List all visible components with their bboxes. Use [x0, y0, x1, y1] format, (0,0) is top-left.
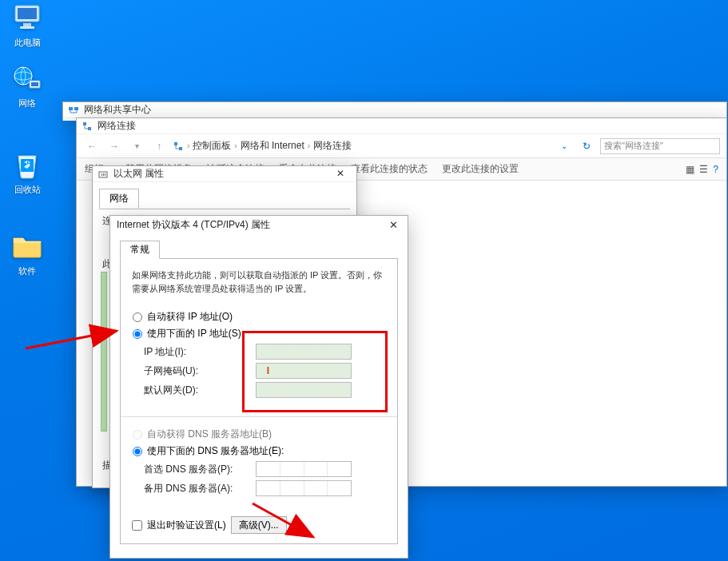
nsc-icon: [68, 105, 79, 116]
radio-manual-ip-input[interactable]: [133, 329, 142, 339]
label-ip-address: IP 地址(I):: [144, 345, 256, 359]
radio-label: 自动获得 IP 地址(O): [147, 310, 233, 324]
help-button[interactable]: ?: [713, 164, 718, 175]
description-text: 如果网络支持此功能，则可以获取自动指派的 IP 设置。否则，你需要从网络系统管理…: [132, 269, 386, 295]
text-cursor-icon: I: [267, 365, 269, 376]
desktop-icon-this-pc[interactable]: 此电脑: [5, 2, 50, 49]
folder-icon: [11, 230, 43, 262]
radio-manual-ip[interactable]: 使用下面的 IP 地址(S):: [133, 327, 385, 340]
checkbox-label: 退出时验证设置(L): [147, 519, 226, 532]
svg-rect-12: [88, 127, 91, 130]
breadcrumb[interactable]: › 控制面板 › 网络和 Internet › 网络连接: [173, 139, 352, 153]
search-input[interactable]: 搜索"网络连接": [600, 138, 720, 154]
input-subnet-mask[interactable]: I: [256, 363, 352, 379]
toolbar-change[interactable]: 更改此连接的设置: [442, 162, 519, 176]
svg-rect-14: [179, 147, 182, 150]
radio-manual-dns-input[interactable]: [133, 447, 142, 456]
window-title: 以太网 属性: [113, 167, 329, 181]
input-dns-secondary[interactable]: [256, 480, 352, 496]
window-title: 网络和共享中心: [84, 103, 722, 117]
desktop-icon-label: 此电脑: [14, 38, 41, 47]
refresh-button[interactable]: ↻: [578, 137, 595, 155]
radio-manual-dns[interactable]: 使用下面的 DNS 服务器地址(E):: [133, 444, 385, 458]
chevron-icon: ›: [187, 141, 189, 150]
desktop-icon-software[interactable]: 软件: [5, 230, 50, 277]
pc-icon: [11, 2, 43, 34]
svg-rect-11: [83, 122, 86, 125]
svg-rect-1: [18, 8, 37, 19]
recycle-bin-icon: [11, 149, 43, 181]
desktop-icon-label: 软件: [18, 266, 36, 276]
radio-label: 使用下面的 IP 地址(S):: [147, 327, 244, 340]
network-icon: [11, 62, 43, 94]
advanced-button[interactable]: 高级(V)...: [231, 516, 287, 534]
svg-rect-17: [103, 173, 104, 176]
checkbox-validate-on-exit[interactable]: [132, 520, 142, 531]
nc-path-icon: [173, 141, 184, 152]
desktop-icon-label: 网络: [18, 98, 36, 108]
label-default-gateway: 默认网关(D):: [144, 384, 256, 397]
svg-rect-10: [74, 107, 78, 110]
nav-back-button[interactable]: ←: [83, 137, 101, 155]
nav-up-button[interactable]: ↑: [150, 137, 168, 155]
svg-rect-16: [101, 173, 102, 176]
desktop-icon-network[interactable]: 网络: [5, 62, 50, 109]
radio-label: 使用下面的 DNS 服务器地址(E):: [147, 444, 284, 458]
svg-rect-7: [31, 82, 38, 86]
label-dns-secondary: 备用 DNS 服务器(A):: [144, 482, 256, 495]
chevron-icon: ›: [234, 141, 237, 150]
radio-label: 自动获得 DNS 服务器地址(B): [147, 428, 272, 441]
svg-rect-13: [174, 142, 177, 145]
tab-panel-general: 如果网络支持此功能，则可以获取自动指派的 IP 设置。否则，你需要从网络系统管理…: [120, 258, 398, 544]
input-dns-primary[interactable]: [256, 461, 352, 477]
radio-auto-ip-input[interactable]: [133, 312, 142, 322]
window-title: 网络连接: [97, 119, 722, 133]
nc-icon: [82, 121, 93, 132]
view-icons-button[interactable]: ▦: [686, 164, 694, 175]
desktop-icon-label: 回收站: [14, 185, 41, 194]
label-dns-primary: 首选 DNS 服务器(P):: [144, 463, 256, 476]
dialog-tcpip-properties: Internet 协议版本 4 (TCP/IPv4) 属性 ✕ 常规 如果网络支…: [109, 215, 408, 559]
breadcrumb-item[interactable]: 网络连接: [313, 139, 352, 153]
input-default-gateway[interactable]: [256, 382, 352, 398]
svg-rect-9: [69, 107, 73, 110]
address-bar: ← → ▾ ↑ › 控制面板 › 网络和 Internet › 网络连接 ⌄ ↻…: [77, 134, 726, 158]
search-placeholder: 搜索"网络连接": [604, 140, 663, 152]
nav-forward-button[interactable]: →: [105, 137, 123, 155]
view-details-button[interactable]: ☰: [699, 164, 708, 175]
partial-listbox-edge: [101, 272, 107, 432]
dialog-title: Internet 协议版本 4 (TCP/IPv4) 属性: [117, 218, 385, 232]
input-ip-address[interactable]: [256, 344, 352, 360]
desktop-icon-recycle-bin[interactable]: 回收站: [5, 149, 50, 196]
dropdown-icon[interactable]: ⌄: [555, 137, 573, 155]
close-button[interactable]: ✕: [385, 219, 401, 231]
radio-auto-dns-input: [133, 430, 142, 440]
breadcrumb-item[interactable]: 控制面板: [193, 139, 231, 153]
breadcrumb-item[interactable]: 网络和 Internet: [241, 139, 304, 153]
radio-auto-ip[interactable]: 自动获得 IP 地址(O): [133, 310, 385, 324]
label-subnet-mask: 子网掩码(U):: [144, 364, 256, 378]
close-button[interactable]: ✕: [329, 167, 352, 181]
ethernet-icon: [97, 169, 109, 180]
svg-rect-18: [105, 173, 105, 176]
svg-rect-2: [23, 23, 31, 26]
nav-history-button[interactable]: ▾: [128, 137, 145, 155]
tab-general[interactable]: 常规: [120, 241, 160, 259]
chevron-icon: ›: [308, 141, 310, 150]
svg-rect-3: [20, 26, 34, 29]
toolbar-status[interactable]: 查看此连接的状态: [351, 162, 428, 176]
tab-network[interactable]: 网络: [99, 189, 139, 209]
radio-auto-dns[interactable]: 自动获得 DNS 服务器地址(B): [133, 428, 385, 441]
